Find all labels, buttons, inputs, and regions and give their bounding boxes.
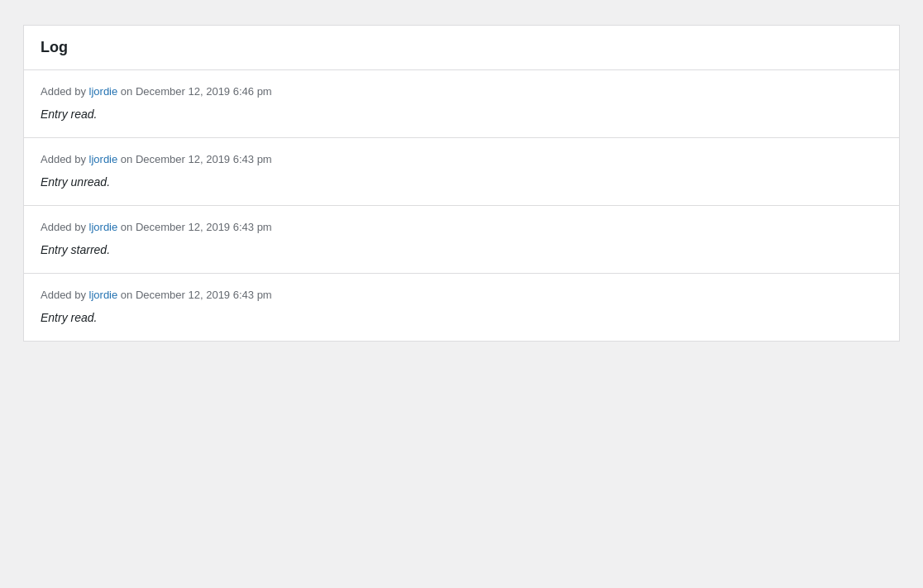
log-entry-user-link[interactable]: ljordie bbox=[89, 289, 118, 301]
log-entry-meta: Added by ljordie on December 12, 2019 6:… bbox=[41, 221, 882, 233]
log-entry: Added by ljordie on December 12, 2019 6:… bbox=[24, 138, 899, 206]
log-entry-suffix: on December 12, 2019 6:43 pm bbox=[117, 221, 271, 233]
log-entry-prefix: Added by bbox=[41, 289, 89, 301]
log-entry-message: Entry unread. bbox=[41, 175, 882, 189]
log-entry-meta: Added by ljordie on December 12, 2019 6:… bbox=[41, 289, 882, 301]
log-header: Log bbox=[24, 26, 899, 70]
log-entry-message: Entry read. bbox=[41, 311, 882, 324]
log-entry-message: Entry read. bbox=[41, 108, 882, 121]
log-entry-user-link[interactable]: ljordie bbox=[89, 153, 118, 165]
log-entry: Added by ljordie on December 12, 2019 6:… bbox=[24, 70, 899, 138]
log-entry-message: Entry starred. bbox=[41, 243, 882, 256]
log-entry-meta: Added by ljordie on December 12, 2019 6:… bbox=[41, 153, 882, 165]
log-entry-meta: Added by ljordie on December 12, 2019 6:… bbox=[41, 85, 882, 98]
log-entry-prefix: Added by bbox=[41, 221, 89, 233]
log-title: Log bbox=[41, 39, 882, 56]
log-entry-suffix: on December 12, 2019 6:43 pm bbox=[117, 289, 271, 301]
log-entries-list: Added by ljordie on December 12, 2019 6:… bbox=[24, 70, 899, 341]
log-entry-user-link[interactable]: ljordie bbox=[89, 85, 118, 98]
log-entry: Added by ljordie on December 12, 2019 6:… bbox=[24, 274, 899, 341]
log-entry-prefix: Added by bbox=[41, 153, 89, 165]
log-entry-user-link[interactable]: ljordie bbox=[89, 221, 118, 233]
log-entry-suffix: on December 12, 2019 6:46 pm bbox=[117, 85, 271, 98]
log-entry-prefix: Added by bbox=[41, 85, 89, 98]
log-entry-suffix: on December 12, 2019 6:43 pm bbox=[117, 153, 271, 165]
log-entry: Added by ljordie on December 12, 2019 6:… bbox=[24, 206, 899, 274]
log-panel: Log Added by ljordie on December 12, 201… bbox=[23, 25, 900, 342]
